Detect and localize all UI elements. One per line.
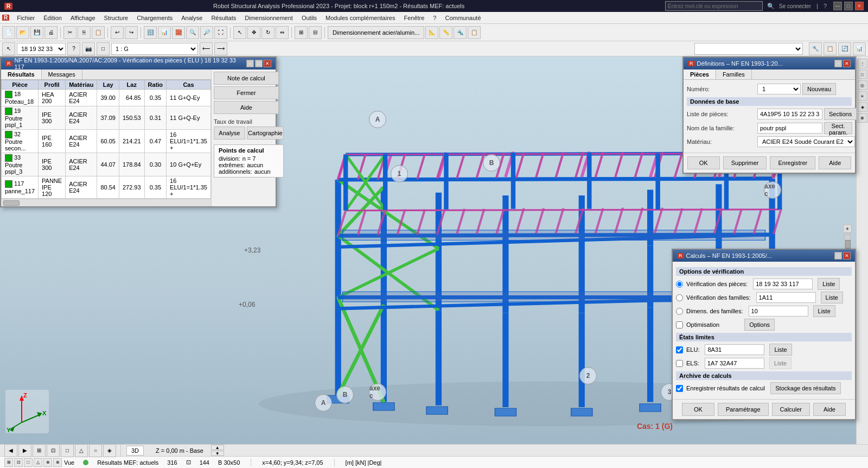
enregistrer-checkbox[interactable] [676, 385, 683, 392]
liste-els-button[interactable]: Liste [769, 357, 792, 369]
liste-pieces-input[interactable] [757, 109, 822, 119]
zoom-plus-button[interactable]: + [843, 224, 852, 233]
table-row[interactable]: 32 Poutre secon... IPE 160 ACIER E24 60.… [2, 130, 211, 153]
menu-communaute[interactable]: Communauté [441, 14, 485, 22]
tb-mirror[interactable]: ⇔ [276, 26, 289, 39]
parametrage-button[interactable]: Paramétrage [718, 403, 769, 416]
dialog-maximize-button[interactable]: □ [255, 60, 263, 67]
tb-dim1[interactable]: 📐 [425, 26, 438, 39]
def-tab-familles[interactable]: Familles [716, 69, 752, 79]
z-down-button[interactable]: ▼ [211, 451, 224, 456]
elu-checkbox[interactable] [676, 346, 683, 353]
liste-elu-button[interactable]: Liste [769, 344, 792, 356]
maximize-button[interactable]: □ [844, 2, 853, 10]
tb-rotate[interactable]: ↻ [261, 26, 275, 39]
numero-select[interactable]: 1 [757, 84, 801, 94]
help-icon[interactable]: ? [824, 3, 827, 9]
tb-paste[interactable]: 📋 [92, 26, 105, 39]
dialog-close-button[interactable]: ✕ [264, 60, 271, 67]
tb2-next[interactable]: ⟶ [214, 42, 227, 55]
sidebar-btn-3[interactable]: ◎ [858, 80, 867, 90]
menu-fenetre[interactable]: Fenêtre [399, 14, 429, 22]
tb2-cam[interactable]: 📷 [82, 42, 95, 55]
def-close-button[interactable]: ✕ [843, 60, 851, 67]
nouveau-button[interactable]: Nouveau [802, 83, 836, 95]
materiau-select[interactable]: ACIER E24 Soudé Courant E24 So [757, 136, 855, 147]
dim-toolbar-selector[interactable]: Dimensionnement acier/alumin... [328, 26, 424, 39]
def-enregistrer-button[interactable]: Enregistrer [770, 156, 815, 169]
view-btn-3[interactable]: □ [61, 444, 74, 457]
stockage-button[interactable]: Stockage des résultats [770, 382, 841, 394]
verif-familles-radio[interactable] [676, 294, 683, 301]
case-selector[interactable]: 1 : G [111, 43, 198, 55]
note-calcul-button[interactable]: Note de calcul [214, 72, 279, 85]
status-btn-2[interactable]: ⊡ [14, 458, 23, 467]
dialog-calculs-titlebar[interactable]: R Calculs – NF EN 1993-1:2005/... − ✕ [673, 250, 855, 262]
tb2-icon5[interactable]: 📊 [853, 42, 866, 55]
table-row[interactable]: 18 Poteau_18 HEA 200 ACIER E24 39.00 64.… [2, 90, 211, 106]
dimens-familles-radio[interactable] [676, 308, 683, 315]
search-icon[interactable]: 🔍 [767, 3, 775, 10]
connect-label[interactable]: Se connecter [779, 3, 811, 9]
tb-save[interactable]: 💾 [30, 26, 43, 39]
menu-edition[interactable]: Édition [39, 14, 66, 22]
calc-minimize-button[interactable]: − [834, 252, 842, 260]
status-btn-1[interactable]: ⊞ [4, 458, 13, 467]
sect-param-button[interactable]: Sect. param. [824, 122, 852, 134]
calc-ok-button[interactable]: OK [682, 403, 714, 416]
tb-dim4[interactable]: 📋 [468, 26, 481, 39]
tb-copy[interactable]: ⎘ [78, 26, 91, 39]
sidebar-btn-1[interactable]: ⋮ [858, 59, 867, 68]
dialog-verification-titlebar[interactable]: R NF EN 1993-1:2005/NA:2007/AC:2009 - Vé… [1, 58, 276, 69]
def-minimize-button[interactable]: − [834, 60, 842, 67]
close-button[interactable]: ✕ [855, 2, 864, 10]
dialog-minimize-button[interactable]: − [246, 60, 254, 67]
tb-zoom-in[interactable]: 🔍 [186, 26, 199, 39]
tb-undo[interactable]: ↩ [111, 26, 124, 39]
calculer-button[interactable]: Calculer [772, 403, 810, 416]
verif-familles-input[interactable] [756, 292, 816, 303]
menu-analyse[interactable]: Analyse [177, 14, 207, 22]
liste3-button[interactable]: Liste [813, 305, 835, 317]
calc-close-button[interactable]: ✕ [843, 252, 851, 260]
def-aide-button[interactable]: Aide [819, 156, 851, 169]
tab-resultats[interactable]: Résultats [1, 69, 42, 79]
tab-messages[interactable]: Messages [42, 69, 82, 79]
sections-button[interactable]: Sections [824, 108, 857, 120]
table-row[interactable]: 33 Poutre pspl_3 IPE 300 ACIER E24 44.07… [2, 153, 211, 176]
search-input[interactable] [665, 1, 763, 11]
table-row[interactable]: 117 panne_117 PANNE IPE 120 ACIER E24 80… [2, 176, 211, 199]
menu-chargements[interactable]: Chargements [132, 14, 177, 22]
optimisation-checkbox[interactable] [676, 321, 683, 328]
fermer-button[interactable]: Fermer [214, 86, 279, 99]
view-btn-1[interactable]: ⊞ [33, 444, 46, 457]
tb-dim2[interactable]: 📏 [439, 26, 452, 39]
tb2-help[interactable]: ? [67, 42, 80, 55]
menu-affichage[interactable]: Affichage [66, 14, 100, 22]
liste1-button[interactable]: Liste [818, 278, 840, 290]
menu-outils[interactable]: Outils [297, 14, 321, 22]
calc-aide-button[interactable]: Aide [813, 403, 846, 416]
nom-famille-input[interactable] [757, 123, 822, 134]
tb-zoom-out[interactable]: 🔎 [200, 26, 213, 39]
tb2-prev[interactable]: ⟵ [200, 42, 213, 55]
tb-select[interactable]: ↖ [233, 26, 246, 39]
tb-open[interactable]: 📂 [16, 26, 29, 39]
status-btn-6[interactable]: ⊕ [53, 458, 62, 467]
tb-move[interactable]: ✥ [247, 26, 260, 39]
def-supprimer-button[interactable]: Supprimer [723, 156, 767, 169]
tb-cut[interactable]: ✂ [63, 26, 76, 39]
tb-table[interactable]: ⊞ [295, 26, 308, 39]
menu-fichier[interactable]: Fichier [12, 14, 39, 22]
sidebar-btn-5[interactable]: ◈ [858, 102, 867, 112]
def-ok-button[interactable]: OK [687, 156, 720, 169]
status-btn-5[interactable]: ⊗ [43, 458, 52, 467]
cartographie-button[interactable]: Cartographie [247, 127, 284, 140]
view-prev[interactable]: ◀ [4, 444, 17, 457]
tb-new[interactable]: 📄 [2, 26, 15, 39]
tb2-icon2[interactable]: 🔧 [809, 42, 822, 55]
tb2-pointer[interactable]: ↖ [2, 42, 15, 55]
table-scrollbar[interactable] [1, 199, 211, 206]
status-btn-3[interactable]: □ [24, 458, 33, 467]
tb2-icon4[interactable]: 🔄 [838, 42, 851, 55]
